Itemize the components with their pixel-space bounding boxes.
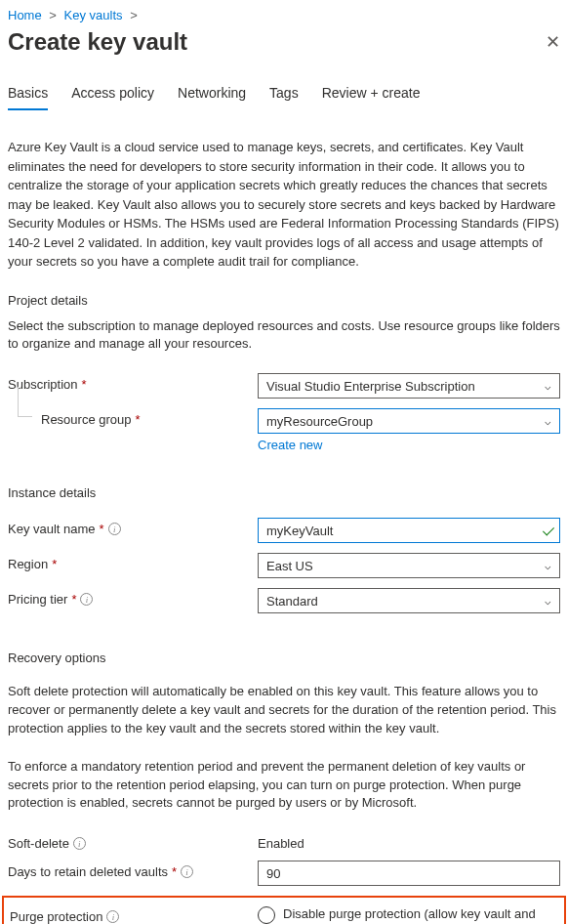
resource-group-select[interactable]: myResourceGroup ⌵ — [258, 408, 560, 434]
chevron-right-icon: > — [130, 8, 138, 22]
recovery-desc-1: Soft delete protection will automaticall… — [8, 683, 560, 738]
keyvault-name-label: Key vault name * i — [8, 518, 258, 536]
tab-tags[interactable]: Tags — [269, 85, 299, 110]
radio-icon — [258, 906, 275, 924]
breadcrumb: Home > Key vaults > — [8, 8, 560, 22]
purge-protection-highlight: Purge protection i Disable purge protect… — [2, 896, 566, 924]
soft-delete-label: Soft-delete i — [8, 832, 258, 851]
close-icon[interactable]: ✕ — [546, 31, 560, 53]
project-details-desc: Select the subscription to manage deploy… — [8, 317, 560, 355]
info-icon[interactable]: i — [73, 837, 86, 850]
purge-protection-label: Purge protection i — [8, 905, 258, 924]
region-label: Region * — [8, 553, 258, 571]
retention-days-label: Days to retain deleted vaults * i — [8, 861, 258, 879]
recovery-options-heading: Recovery options — [8, 651, 560, 665]
chevron-down-icon: ⌵ — [545, 595, 551, 608]
tab-access-policy[interactable]: Access policy — [71, 85, 154, 110]
page-title: Create key vault — [8, 28, 187, 56]
tab-review-create[interactable]: Review + create — [322, 85, 421, 110]
create-new-link[interactable]: Create new — [258, 438, 322, 452]
info-icon[interactable]: i — [80, 593, 93, 606]
breadcrumb-home[interactable]: Home — [8, 8, 42, 22]
keyvault-name-input[interactable]: myKeyVault — [258, 518, 560, 543]
pricing-tier-select[interactable]: Standard ⌵ — [258, 588, 560, 613]
instance-details-heading: Instance details — [8, 485, 560, 500]
recovery-desc-2: To enforce a mandatory retention period … — [8, 758, 560, 814]
purge-protection-radiogroup: Disable purge protection (allow key vaul… — [258, 905, 560, 924]
tab-networking[interactable]: Networking — [178, 85, 246, 110]
subscription-label: Subscription * — [8, 373, 258, 392]
resource-group-label: Resource group * — [8, 408, 258, 427]
tabs: Basics Access policy Networking Tags Rev… — [8, 85, 560, 110]
chevron-down-icon: ⌵ — [545, 560, 551, 572]
info-icon[interactable]: i — [108, 523, 121, 535]
info-icon[interactable]: i — [106, 910, 119, 923]
breadcrumb-keyvaults[interactable]: Key vaults — [64, 8, 123, 22]
subscription-select[interactable]: Visual Studio Enterprise Subscription ⌵ — [258, 373, 560, 399]
purge-disable-radio[interactable]: Disable purge protection (allow key vaul… — [258, 905, 560, 924]
info-icon[interactable]: i — [181, 865, 193, 878]
project-details-heading: Project details — [8, 293, 560, 308]
soft-delete-value: Enabled — [258, 832, 560, 851]
chevron-down-icon: ⌵ — [545, 380, 551, 393]
retention-days-input[interactable]: 90 — [258, 861, 560, 886]
region-select[interactable]: East US ⌵ — [258, 553, 560, 578]
pricing-tier-label: Pricing tier * i — [8, 588, 258, 607]
tab-basics[interactable]: Basics — [8, 85, 48, 110]
chevron-down-icon: ⌵ — [545, 415, 551, 428]
chevron-right-icon: > — [49, 8, 57, 22]
page-description: Azure Key Vault is a cloud service used … — [8, 138, 560, 272]
